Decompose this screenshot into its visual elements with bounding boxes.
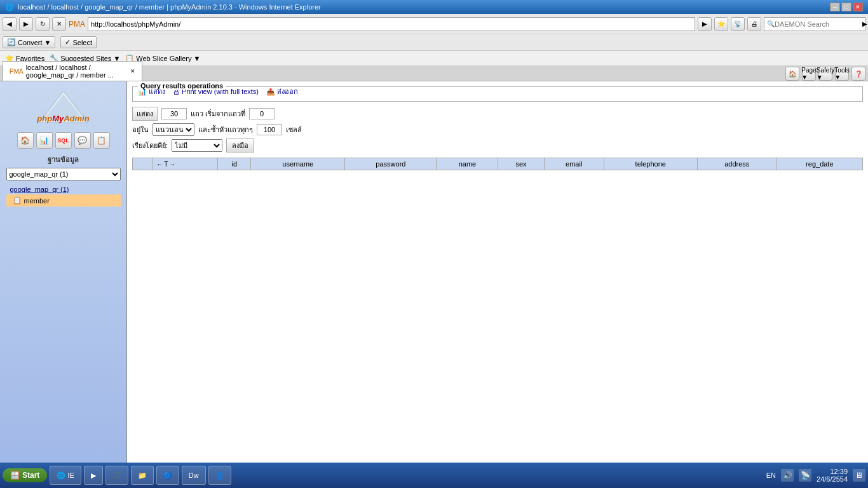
sidebar: phpMyAdmin 🏠 📊 SQL 💬 📋 ฐานข้อมูล google_… <box>0 81 127 469</box>
close-button[interactable]: ✕ <box>853 3 863 11</box>
col-name[interactable]: name <box>437 158 498 170</box>
right-arrow-icon[interactable]: → <box>169 161 175 168</box>
col-password[interactable]: password <box>345 158 437 170</box>
title-bar-text: localhost / localhost / google_map_qr / … <box>18 3 321 11</box>
confirm-button[interactable]: ลงมือ <box>226 139 254 152</box>
address-input[interactable] <box>88 17 695 31</box>
pma-icon: PMA <box>69 20 85 29</box>
t-label: T <box>164 161 168 168</box>
taskbar-item-ie[interactable]: 🌐 IE <box>50 466 81 485</box>
refresh-button[interactable]: ↻ <box>36 17 50 31</box>
db-item[interactable]: google_map_qr (1) <box>6 184 121 194</box>
home-sidebar-btn[interactable]: 🏠 <box>17 132 34 149</box>
taskbar-item-media[interactable]: 🎵 <box>105 466 128 485</box>
logo-text: phpMyAdmin <box>37 114 89 123</box>
cell-label: เซลล์ <box>286 124 302 135</box>
content-area: Query results operations 📊 แสดง 🖨 Print … <box>127 81 868 469</box>
slice-dropdown-icon[interactable]: ▼ <box>193 55 200 62</box>
db-select[interactable]: google_map_qr (1) <box>6 168 121 180</box>
qro-legend: Query results operations <box>138 82 226 90</box>
sys-icon-1: 🔊 <box>781 469 794 482</box>
col-telephone[interactable]: telephone <box>604 158 697 170</box>
convert-icon: 🔄 <box>7 38 16 46</box>
search-box: 🔍 ▶ <box>764 17 865 31</box>
taskbar-item-video[interactable]: ▶ <box>84 466 103 485</box>
col-username[interactable]: username <box>251 158 345 170</box>
taskbar-item-chrome[interactable]: 🔵 <box>156 466 179 485</box>
search-go-icon[interactable]: ▶ <box>862 20 867 27</box>
col-address[interactable]: address <box>697 158 776 170</box>
qro-actions: 📊 แสดง 🖨 Print view (with full texts) 📤 … <box>138 86 857 97</box>
repeat-input[interactable] <box>257 124 282 135</box>
col-nav: ← T → <box>153 158 218 170</box>
col-sex[interactable]: sex <box>498 158 544 170</box>
tools-button[interactable]: Tools ▼ <box>835 67 849 81</box>
title-bar-controls[interactable]: ─ □ ✕ <box>830 3 863 11</box>
maximize-button[interactable]: □ <box>841 3 851 11</box>
daemon-icon: 🔍 <box>767 20 775 27</box>
help-button[interactable]: ❓ <box>851 67 865 81</box>
forward-button[interactable]: ▶ <box>19 17 33 31</box>
taskbar-right: EN 🔊 📡 12:39 24/6/2554 🖥 <box>766 468 865 483</box>
title-bar-left: 🌐 localhost / localhost / google_map_qr … <box>5 3 321 11</box>
taskbar-item-folder[interactable]: 📁 <box>131 466 154 485</box>
main-layout: phpMyAdmin 🏠 📊 SQL 💬 📋 ฐานข้อมูล google_… <box>0 81 868 469</box>
favorites-go-button[interactable]: ⭐ <box>714 17 728 31</box>
start-val-input[interactable] <box>249 108 275 119</box>
query-results-operations: Query results operations 📊 แสดง 🖨 Print … <box>132 86 863 102</box>
stop-button[interactable]: ✕ <box>52 17 66 31</box>
table-item[interactable]: 📋 member <box>6 194 121 207</box>
search-input[interactable] <box>775 20 862 28</box>
taskbar: 🪟 Start 🌐 IE ▶ 🎵 📁 🔵 Dw 👤 EN 🔊 📡 12:39 2… <box>0 463 868 488</box>
start-button[interactable]: 🪟 Start <box>3 468 47 482</box>
back-button[interactable]: ◀ <box>3 17 17 31</box>
col-check <box>133 158 153 170</box>
select-button[interactable]: ✓ Select <box>60 36 97 48</box>
tab-icon: PMA <box>10 68 24 75</box>
row-count-input[interactable] <box>161 108 187 119</box>
address-bar: ◀ ▶ ↻ ✕ PMA ▶ ⭐ 📡 🖨 🔍 ▶ <box>0 14 868 34</box>
convert-button[interactable]: 🔄 Convert ▼ <box>3 36 55 48</box>
status-sidebar-btn[interactable]: 💬 <box>74 132 91 149</box>
active-tab[interactable]: PMA localhost / localhost / google_map_q… <box>3 61 142 81</box>
go-button[interactable]: ▶ <box>698 17 712 31</box>
print-button[interactable]: 🖨 <box>747 17 761 31</box>
sys-icon-2: 📡 <box>799 469 811 482</box>
taskbar-item-dw[interactable]: Dw <box>182 466 206 485</box>
start-label: แถว เริ่มจากแถวที่ <box>191 108 245 119</box>
sql-sidebar-btn[interactable]: SQL <box>55 132 72 149</box>
convert-dropdown-icon[interactable]: ▼ <box>44 39 51 46</box>
export-sidebar-btn[interactable]: 📋 <box>93 132 110 149</box>
table-icon: 📋 <box>13 196 22 205</box>
show-rows-button[interactable]: แสดง <box>132 107 158 121</box>
pagination-area: แสดง แถว เริ่มจากแถวที่ อยู่ใน แนวนอน แล… <box>132 107 863 152</box>
minimize-button[interactable]: ─ <box>830 3 840 11</box>
location-select[interactable]: แนวนอน <box>153 123 194 136</box>
safety-button[interactable]: Safety ▼ <box>818 67 832 81</box>
col-email[interactable]: email <box>544 158 604 170</box>
lang-label: EN <box>766 471 776 479</box>
col-id[interactable]: id <box>218 158 251 170</box>
sort-select[interactable]: ไม่มี <box>172 139 222 152</box>
feeds-button[interactable]: 📡 <box>731 17 745 31</box>
sidebar-icons: 🏠 📊 SQL 💬 📋 <box>17 132 110 149</box>
sort-row: เรียงโดยคีย์: ไม่มี ลงมือ <box>132 139 863 152</box>
phpmyadmin-logo: phpMyAdmin <box>32 88 95 126</box>
col-reg-date[interactable]: reg_date <box>776 158 862 170</box>
data-table: ← T → id username password name sex emai… <box>132 158 863 170</box>
pag-row1: แสดง แถว เริ่มจากแถวที่ <box>132 107 863 121</box>
home-button[interactable]: 🏠 <box>785 67 799 81</box>
windows-icon: 🪟 <box>10 471 20 480</box>
clock: 12:39 24/6/2554 <box>817 468 848 483</box>
tab-close-icon[interactable]: ✕ <box>130 68 135 74</box>
repeat-label: และซ้ำหัวแถวทุกๆ <box>198 124 253 135</box>
db-sidebar-btn[interactable]: 📊 <box>36 132 53 149</box>
page-button[interactable]: Page ▼ <box>802 67 816 81</box>
location-label: อยู่ใน <box>132 124 149 135</box>
title-bar-icon: 🌐 <box>5 3 14 11</box>
taskbar-item-user[interactable]: 👤 <box>208 466 231 485</box>
show-desktop-icon[interactable]: 🖥 <box>853 469 865 482</box>
sort-label: เรียงโดยคีย์: <box>132 140 168 151</box>
export-button[interactable]: 📤 ส่งออก <box>266 86 298 97</box>
left-arrow-icon[interactable]: ← <box>156 161 163 168</box>
